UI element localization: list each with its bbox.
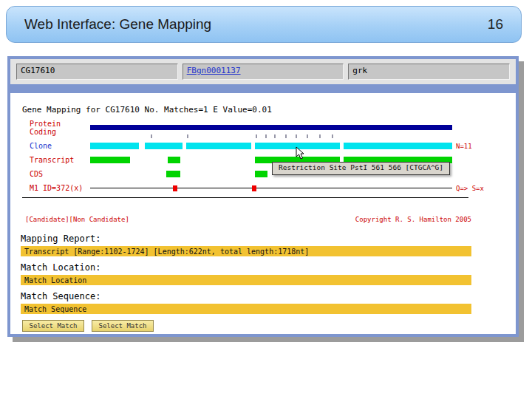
clone-bar[interactable] — [90, 142, 452, 150]
viewer-summary: Gene Mapping for CG17610 No. Matches=1 E… — [22, 105, 516, 115]
flybase-id-link[interactable]: FBgn0001137 — [187, 66, 241, 75]
tracks: Protein Coding Clone N=11 Transcript CDS — [10, 120, 516, 195]
copyright-text: Copyright R. S. Hamilton 2005 — [355, 216, 471, 223]
track-match: M1 ID=372(x) Q=> S=x — [10, 181, 516, 195]
track-protein-coding: Protein Coding — [10, 120, 516, 134]
restriction-site-tooltip: Restriction Site PstI 561 566 [CTGCA^G] — [272, 162, 450, 175]
slide-header: Web Interface: Gene Mapping 16 — [6, 6, 522, 43]
app-window: CG17610 FBgn0001137 grk Gene Mapping for… — [7, 56, 519, 337]
track-label: CDS — [30, 170, 90, 178]
match-location-bar: Match Location — [21, 275, 471, 285]
match-axis[interactable] — [90, 184, 452, 192]
button-row: Select Match Select Match — [22, 320, 516, 332]
match-location-label: Match Location: — [21, 262, 516, 273]
protein-coding-bar[interactable] — [90, 123, 452, 132]
gene-mapping-viewer: Gene Mapping for CG17610 No. Matches=1 E… — [10, 93, 516, 334]
gene-id-field[interactable]: CG17610 — [16, 64, 178, 80]
slide: Web Interface: Gene Mapping 16 CG17610 F… — [0, 0, 532, 399]
mapping-report: Mapping Report: Transcript [Range:1102-1… — [21, 233, 516, 332]
report-heading: Mapping Report: — [21, 233, 516, 244]
query-bar: CG17610 FBgn0001137 grk — [10, 59, 516, 84]
legend-row: [Candidate][Non Candidate] Copyright R. … — [25, 216, 471, 223]
flybase-id-field[interactable]: FBgn0001137 — [183, 64, 344, 80]
gene-symbol-field[interactable]: grk — [348, 64, 510, 80]
match-score-label: Q=> S=x — [456, 185, 484, 192]
match-sequence-label: Match Sequence: — [21, 291, 516, 301]
gene-id-value: CG17610 — [21, 66, 55, 75]
track-clone: Clone N=11 — [10, 139, 516, 153]
axis-line — [90, 188, 452, 188]
transcript-summary-bar: Transcript [Range:1102-1724] [Length:622… — [21, 246, 471, 256]
gene-symbol-value: grk — [352, 66, 367, 75]
match-sequence-bar: Match Sequence — [21, 304, 471, 314]
candidate-legend: [Candidate][Non Candidate] — [25, 216, 129, 223]
clone-count-label: N=11 — [456, 143, 472, 150]
track-label: Protein Coding — [30, 120, 90, 136]
select-match-button-2[interactable]: Select Match — [92, 320, 154, 332]
select-match-button-1[interactable]: Select Match — [22, 320, 84, 332]
track-label: Transcript — [30, 156, 90, 164]
page-number: 16 — [488, 16, 503, 33]
divider — [22, 197, 468, 198]
track-label: Clone — [30, 142, 90, 150]
match-ticks — [90, 134, 452, 139]
page-title: Web Interface: Gene Mapping — [24, 16, 211, 33]
track-label: M1 ID=372(x) — [30, 184, 90, 192]
mouse-cursor-icon — [296, 146, 304, 160]
